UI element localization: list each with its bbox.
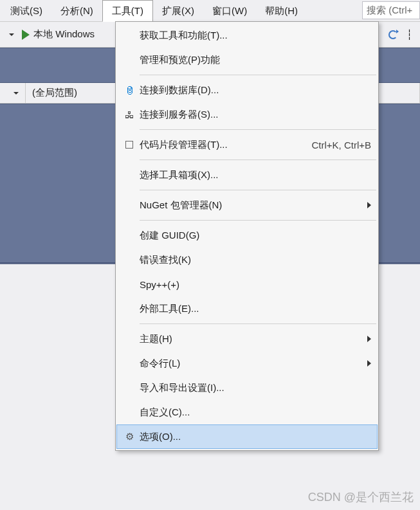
menuitem-label: 主题(H) — [140, 333, 363, 345]
menuitem-commandline[interactable]: 命令行(L) — [116, 351, 378, 376]
menu-separator — [140, 323, 376, 324]
menu-separator — [140, 159, 376, 160]
menuitem-label: 连接到数据库(D)... — [140, 84, 371, 96]
snippet-icon — [119, 141, 140, 149]
menuitem-label: 外部工具(E)... — [140, 303, 371, 315]
menuitem-import-export[interactable]: 导入和导出设置(I)... — [116, 376, 378, 400]
undo-button[interactable] — [385, 24, 401, 45]
menuitem-label: 连接到服务器(S)... — [140, 109, 371, 121]
menuitem-label: 错误查找(K) — [140, 254, 371, 266]
menuitem-label: 管理和预览(P)功能 — [140, 54, 371, 66]
menuitem-label: 创建 GUID(G) — [140, 230, 371, 242]
menuitem-spy[interactable]: Spy++(+) — [116, 272, 378, 296]
menu-separator — [140, 190, 376, 190]
menu-test[interactable]: 测试(S) — [1, 0, 51, 21]
menu-separator — [140, 75, 376, 75]
menu-analyze[interactable]: 分析(N) — [51, 0, 102, 21]
database-icon: 🛢 — [119, 85, 140, 96]
menuitem-customize[interactable]: 自定义(C)... — [116, 400, 378, 424]
menuitem-label: 导入和导出设置(I)... — [140, 382, 371, 394]
server-icon: 🖧 — [119, 109, 140, 120]
menu-separator — [140, 220, 376, 221]
menuitem-get-tools[interactable]: 获取工具和功能(T)... — [116, 23, 378, 48]
menuitem-label: 命令行(L) — [140, 358, 363, 370]
overflow-button[interactable]: ┆ — [403, 24, 416, 45]
search-input[interactable]: 搜索 (Ctrl+ — [362, 1, 420, 19]
menu-window[interactable]: 窗口(W) — [203, 0, 256, 21]
menuitem-error-lookup[interactable]: 错误查找(K) — [116, 248, 378, 272]
menuitem-connect-server[interactable]: 🖧 连接到服务器(S)... — [116, 102, 378, 127]
menuitem-label: 获取工具和功能(T)... — [140, 30, 371, 42]
menuitem-external-tools[interactable]: 外部工具(E)... — [116, 296, 378, 321]
undo-icon — [388, 30, 397, 39]
menu-separator — [140, 129, 376, 130]
menuitem-options[interactable]: ⚙ 选项(O)... — [116, 424, 378, 449]
menuitem-shortcut: Ctrl+K, Ctrl+B — [311, 140, 371, 150]
menuitem-connect-db[interactable]: 🛢 连接到数据库(D)... — [116, 78, 378, 102]
menuitem-label: 自定义(C)... — [140, 406, 371, 419]
menuitem-label: 选项(O)... — [140, 431, 371, 443]
gear-icon: ⚙ — [119, 431, 140, 442]
scope-label: (全局范围) — [32, 87, 77, 99]
chevron-right-icon — [367, 202, 371, 208]
menuitem-label: 代码片段管理器(T)... — [140, 139, 305, 151]
menuitem-label: 选择工具箱项(X)... — [140, 169, 371, 181]
play-icon — [22, 30, 30, 40]
watermark-text: CSDN @是个西兰花 — [308, 489, 414, 505]
scope-dropdown-left[interactable] — [0, 83, 26, 103]
menuitem-create-guid[interactable]: 创建 GUID(G) — [116, 223, 378, 248]
menu-help[interactable]: 帮助(H) — [256, 0, 307, 21]
menuitem-manage-preview[interactable]: 管理和预览(P)功能 — [116, 48, 378, 72]
tools-dropdown: 获取工具和功能(T)... 管理和预览(P)功能 🛢 连接到数据库(D)... … — [115, 21, 379, 451]
chevron-right-icon — [367, 336, 371, 342]
menuitem-choose-toolbox[interactable]: 选择工具箱项(X)... — [116, 163, 378, 187]
menuitem-nuget[interactable]: NuGet 包管理器(N) — [116, 193, 378, 217]
menuitem-label: NuGet 包管理器(N) — [140, 199, 363, 212]
run-button[interactable]: 本地 Windows — [18, 24, 98, 45]
menu-tools[interactable]: 工具(T) — [102, 0, 153, 22]
toolbar-split-dropdown[interactable] — [3, 24, 18, 45]
chevron-right-icon — [367, 360, 371, 367]
run-button-label: 本地 Windows — [33, 28, 95, 41]
menubar: 测试(S) 分析(N) 工具(T) 扩展(X) 窗口(W) 帮助(H) 搜索 (… — [0, 0, 420, 22]
menuitem-snippet-manager[interactable]: 代码片段管理器(T)... Ctrl+K, Ctrl+B — [116, 132, 378, 157]
search-placeholder: 搜索 (Ctrl+ — [367, 5, 412, 17]
menuitem-label: Spy++(+) — [140, 279, 371, 290]
menuitem-theme[interactable]: 主题(H) — [116, 327, 378, 351]
menu-extensions[interactable]: 扩展(X) — [153, 0, 203, 21]
